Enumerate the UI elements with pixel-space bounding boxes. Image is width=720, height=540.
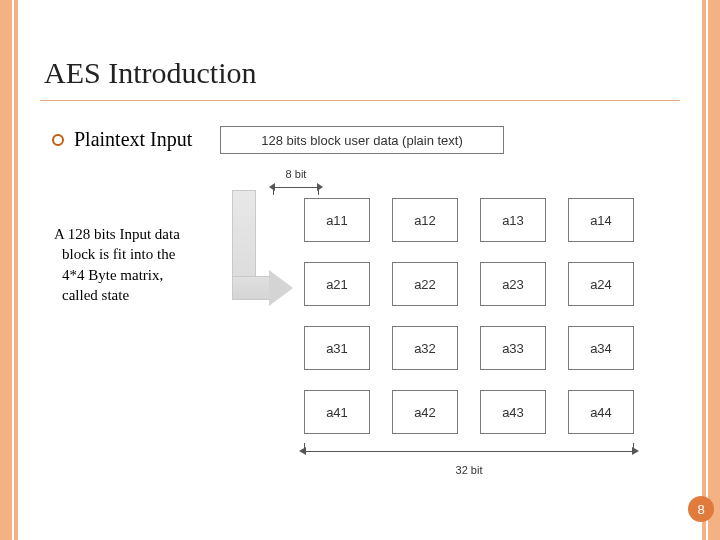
title-underline <box>40 100 680 101</box>
matrix-cell: a21 <box>304 262 370 306</box>
matrix-cell: a23 <box>480 262 546 306</box>
plaintext-caption: 128 bits block user data (plain text) <box>220 126 504 154</box>
page-number-badge: 8 <box>688 496 714 522</box>
slide: AES Introduction Plaintext Input 128 bit… <box>0 0 720 540</box>
byte-width-label: 8 bit <box>272 168 320 180</box>
row-width-bracket-icon <box>304 448 634 458</box>
state-matrix: a11 a12 a13 a14 a21 a22 a23 a24 a31 a32 … <box>304 198 634 434</box>
matrix-cell: a34 <box>568 326 634 370</box>
frame-right <box>706 0 720 540</box>
para-line: block is fit into the <box>54 244 234 264</box>
description-paragraph: A 128 bits Input data block is fit into … <box>54 224 234 305</box>
matrix-cell: a24 <box>568 262 634 306</box>
matrix-cell: a44 <box>568 390 634 434</box>
matrix-cell: a11 <box>304 198 370 242</box>
bullet-row: Plaintext Input <box>52 128 192 151</box>
matrix-cell: a32 <box>392 326 458 370</box>
flow-arrow-icon <box>228 190 288 318</box>
frame-left <box>0 0 14 540</box>
matrix-cell: a41 <box>304 390 370 434</box>
matrix-cell: a12 <box>392 198 458 242</box>
para-line: 4*4 Byte matrix, <box>54 265 234 285</box>
matrix-cell: a13 <box>480 198 546 242</box>
matrix-cell: a22 <box>392 262 458 306</box>
para-line: called state <box>54 285 234 305</box>
bullet-label: Plaintext Input <box>74 128 192 151</box>
row-width-indicator: 32 bit <box>304 448 634 476</box>
matrix-cell: a43 <box>480 390 546 434</box>
para-line: A 128 bits Input data <box>54 226 180 242</box>
matrix-cell: a31 <box>304 326 370 370</box>
page-title: AES Introduction <box>44 56 256 90</box>
matrix-cell: a33 <box>480 326 546 370</box>
bullet-icon <box>52 134 64 146</box>
matrix-cell: a42 <box>392 390 458 434</box>
row-width-label: 32 bit <box>304 464 634 476</box>
matrix-cell: a14 <box>568 198 634 242</box>
